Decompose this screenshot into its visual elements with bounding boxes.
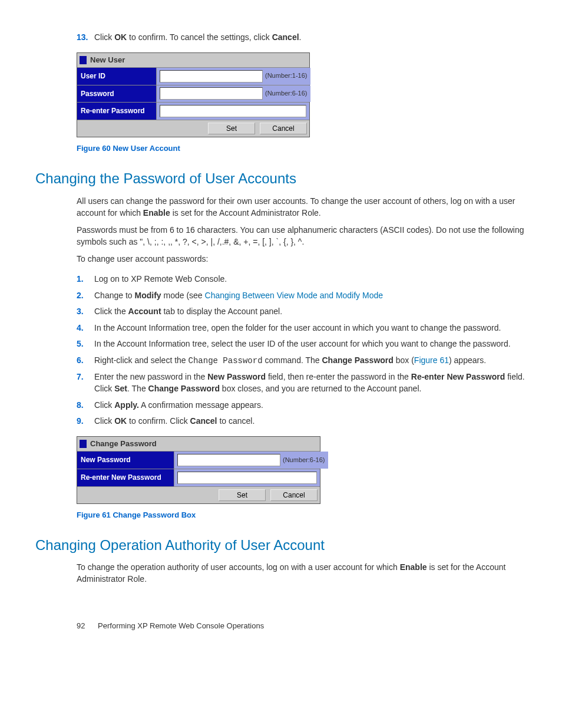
link-figure-61[interactable]: Figure 61	[414, 355, 449, 365]
title-bar-icon	[80, 440, 87, 448]
figure-61-caption: Figure 61 Change Password Box	[77, 510, 527, 521]
paragraph-intro: All users can change the password for th…	[77, 196, 527, 219]
reenter-password-input[interactable]	[160, 105, 306, 117]
step-5: In the Account Information tree, select …	[77, 338, 527, 350]
paragraph-to-change: To change user account passwords:	[77, 253, 527, 265]
step-list-continued: Click OK to confirm. To cancel the setti…	[77, 32, 527, 44]
figure-60-caption: Figure 60 New User Account	[77, 143, 527, 154]
set-button[interactable]: Set	[208, 123, 255, 134]
step-3: Click the Account tab to display the Acc…	[77, 306, 527, 318]
password-label: Password	[77, 85, 157, 103]
step-13: Click OK to confirm. To cancel the setti…	[77, 32, 527, 44]
paragraph-authority: To change the operation authority of use…	[77, 562, 527, 585]
change-password-dialog: Change Password New Password (Number:6-1…	[77, 436, 320, 504]
new-password-input[interactable]	[177, 454, 280, 466]
password-input[interactable]	[160, 87, 263, 100]
password-hint: (Number:6-16)	[263, 89, 308, 98]
new-user-dialog: New User User ID (Number:1-16) Password …	[77, 52, 310, 138]
change-password-steps: Log on to XP Remote Web Console. Change …	[77, 274, 527, 427]
step-7: Enter the new password in the New Passwo…	[77, 371, 527, 394]
user-id-label: User ID	[77, 68, 157, 85]
dialog-title: Change Password	[77, 437, 320, 451]
page-footer: 92 Performing XP Remote Web Console Oper…	[77, 621, 527, 631]
heading-changing-authority: Changing Operation Authority of User Acc…	[35, 535, 527, 555]
dialog-title: New User	[77, 53, 309, 67]
step-2: Change to Modify mode (see Changing Betw…	[77, 290, 527, 302]
dialog-title-text: New User	[90, 55, 125, 65]
reenter-new-password-label: Re-enter New Password	[77, 469, 174, 486]
step-9: Click OK to confirm. Click Cancel to can…	[77, 416, 527, 427]
link-view-modify-mode[interactable]: Changing Between View Mode and Modify Mo…	[205, 291, 383, 300]
step-1: Log on to XP Remote Web Console.	[77, 274, 527, 285]
step-6: Right-click and select the Change Passwo…	[77, 355, 527, 367]
user-id-hint: (Number:1-16)	[263, 71, 308, 80]
title-bar-icon	[80, 56, 87, 64]
dialog-title-text: Change Password	[90, 439, 157, 449]
cancel-button[interactable]: Cancel	[270, 489, 318, 501]
cancel-button[interactable]: Cancel	[260, 123, 307, 134]
new-password-hint: (Number:6-16)	[280, 456, 325, 465]
heading-changing-password: Changing the Password of User Accounts	[35, 169, 527, 189]
footer-title: Performing XP Remote Web Console Operati…	[98, 621, 264, 630]
set-button[interactable]: Set	[219, 489, 266, 501]
page-number: 92	[77, 621, 85, 630]
reenter-password-label: Re-enter Password	[77, 103, 157, 120]
reenter-new-password-input[interactable]	[177, 472, 317, 484]
step-8: Click Apply. A confirmation message appe…	[77, 400, 527, 411]
new-password-label: New Password	[77, 452, 174, 469]
step-4: In the Account Information tree, open th…	[77, 322, 527, 334]
user-id-input[interactable]	[160, 70, 263, 83]
paragraph-pw-rules: Passwords must be from 6 to 16 character…	[77, 225, 527, 248]
